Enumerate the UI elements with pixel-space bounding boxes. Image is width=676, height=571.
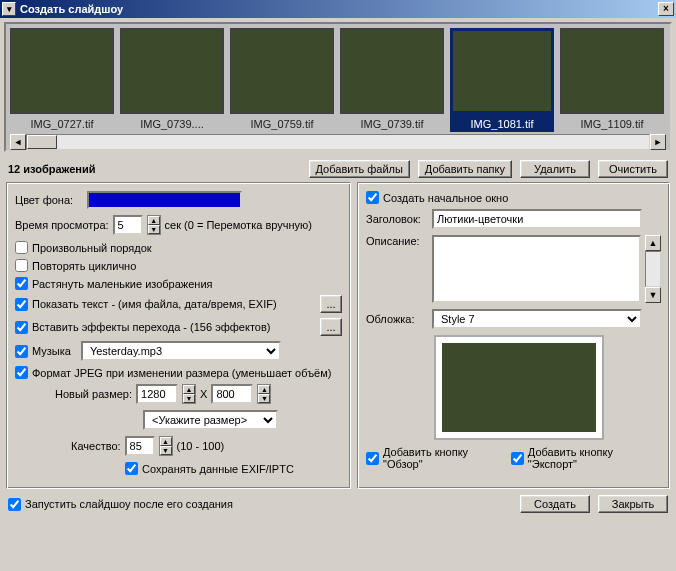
thumbnail-image <box>120 28 224 114</box>
image-count-label: 12 изображений <box>8 163 301 175</box>
title-field-label: Заголовок: <box>366 213 428 225</box>
newsize-width-input[interactable] <box>136 384 178 404</box>
scrollbar-thumb[interactable] <box>27 135 57 149</box>
height-spinner[interactable]: ▲▼ <box>257 384 271 404</box>
scrollbar-track[interactable] <box>26 134 650 150</box>
transitions-checkbox[interactable] <box>15 321 28 334</box>
size-preset-select[interactable]: <Укажите размер> <box>143 410 278 430</box>
cover-field-label: Обложка: <box>366 313 428 325</box>
music-select[interactable]: Yesterday.mp3 <box>81 341 281 361</box>
show-text-label: Показать текст - (имя файла, дата/время,… <box>32 298 277 310</box>
viewtime-unit: сек (0 = Перемотка вручную) <box>165 219 312 231</box>
run-after-checkbox[interactable] <box>8 498 21 511</box>
start-window-label: Создать начальное окно <box>383 192 508 204</box>
run-after-label: Запустить слайдшоу после его создания <box>25 498 233 510</box>
thumbnail-filename: IMG_1109.tif <box>560 114 664 132</box>
title-input[interactable] <box>432 209 642 229</box>
viewtime-spinner[interactable]: ▲ ▼ <box>147 215 161 235</box>
clear-button[interactable]: Очистить <box>598 160 668 178</box>
thumbnail-item[interactable]: IMG_0739.tif <box>340 28 444 132</box>
add-export-label: Добавить кнопку "Экспорт" <box>528 446 661 470</box>
description-textarea[interactable] <box>432 235 641 303</box>
random-order-checkbox[interactable] <box>15 241 28 254</box>
jpeg-format-checkbox[interactable] <box>15 366 28 379</box>
settings-panel: Цвет фона: Время просмотра: ▲ ▼ сек (0 =… <box>6 182 351 489</box>
thumbnail-image <box>230 28 334 114</box>
thumbnail-filename: IMG_0759.tif <box>230 114 334 132</box>
cover-preview <box>434 335 604 440</box>
thumbnail-filename: IMG_0727.tif <box>10 114 114 132</box>
newsize-sep: X <box>200 388 207 400</box>
thumbnail-image <box>450 28 554 114</box>
thumbnail-image <box>340 28 444 114</box>
thumbnail-image <box>10 28 114 114</box>
thumbnail-strip: IMG_0727.tif IMG_0739.... IMG_0759.tif I… <box>4 22 672 152</box>
scroll-right-button[interactable]: ► <box>650 134 666 150</box>
thumbnail-scrollbar: ◄ ► <box>10 134 666 150</box>
thumbnail-item[interactable]: IMG_0759.tif <box>230 28 334 132</box>
close-dialog-button[interactable]: Закрыть <box>598 495 668 513</box>
cover-preview-image <box>442 343 596 432</box>
thumbnail-filename: IMG_0739.tif <box>340 114 444 132</box>
scroll-up-icon[interactable]: ▲ <box>645 235 661 251</box>
bgcolor-label: Цвет фона: <box>15 194 73 206</box>
title-bar: Создать слайдшоу × <box>0 0 676 18</box>
scroll-left-button[interactable]: ◄ <box>10 134 26 150</box>
add-export-checkbox[interactable] <box>511 452 524 465</box>
delete-button[interactable]: Удалить <box>520 160 590 178</box>
add-browse-checkbox[interactable] <box>366 452 379 465</box>
thumbnail-filename: IMG_1081.tif <box>450 114 554 132</box>
quality-spinner[interactable]: ▲▼ <box>159 436 173 456</box>
save-exif-label: Сохранять данные EXIF/IPTC <box>142 463 294 475</box>
transitions-more-button[interactable]: ... <box>320 318 342 336</box>
cover-style-select[interactable]: Style 7 <box>432 309 642 329</box>
bgcolor-swatch[interactable] <box>87 191 242 209</box>
thumbnail-item[interactable]: IMG_0727.tif <box>10 28 114 132</box>
create-button[interactable]: Создать <box>520 495 590 513</box>
stretch-checkbox[interactable] <box>15 277 28 290</box>
desc-field-label: Описание: <box>366 235 428 247</box>
loop-checkbox[interactable] <box>15 259 28 272</box>
spin-up-icon[interactable]: ▲ <box>148 216 160 225</box>
window-title: Создать слайдшоу <box>20 3 658 15</box>
thumbnail-filename: IMG_0739.... <box>120 114 224 132</box>
add-files-button[interactable]: Добавить файлы <box>309 160 410 178</box>
quality-label: Качество: <box>71 440 121 452</box>
quality-input[interactable] <box>125 436 155 456</box>
scroll-track[interactable] <box>645 251 661 287</box>
width-spinner[interactable]: ▲▼ <box>182 384 196 404</box>
thumbnail-item[interactable]: IMG_1109.tif <box>560 28 664 132</box>
jpeg-format-label: Формат JPEG при изменении размера (умень… <box>32 367 331 379</box>
viewtime-input[interactable] <box>113 215 143 235</box>
newsize-label: Новый размер: <box>55 388 132 400</box>
spin-down-icon[interactable]: ▼ <box>148 225 160 234</box>
thumbnail-image <box>560 28 664 114</box>
quality-range: (10 - 100) <box>177 440 225 452</box>
thumbnail-item[interactable]: IMG_0739.... <box>120 28 224 132</box>
loop-label: Повторять циклично <box>32 260 136 272</box>
start-window-panel: Создать начальное окно Заголовок: Описан… <box>357 182 670 489</box>
music-label: Музыка <box>32 345 71 357</box>
stretch-label: Растянуть маленькие изображения <box>32 278 213 290</box>
viewtime-label: Время просмотра: <box>15 219 109 231</box>
add-browse-label: Добавить кнопку "Обзор" <box>383 446 507 470</box>
close-button[interactable]: × <box>658 2 674 16</box>
newsize-height-input[interactable] <box>211 384 253 404</box>
music-checkbox[interactable] <box>15 345 28 358</box>
save-exif-checkbox[interactable] <box>125 462 138 475</box>
description-scrollbar: ▲ ▼ <box>645 235 661 303</box>
show-text-more-button[interactable]: ... <box>320 295 342 313</box>
show-text-checkbox[interactable] <box>15 298 28 311</box>
thumbnail-item[interactable]: IMG_1081.tif <box>450 28 554 132</box>
start-window-checkbox[interactable] <box>366 191 379 204</box>
add-folder-button[interactable]: Добавить папку <box>418 160 512 178</box>
random-order-label: Произвольный порядок <box>32 242 152 254</box>
scroll-down-icon[interactable]: ▼ <box>645 287 661 303</box>
transitions-label: Вставить эффекты перехода - (156 эффекто… <box>32 321 270 333</box>
system-menu-icon[interactable] <box>2 2 16 16</box>
